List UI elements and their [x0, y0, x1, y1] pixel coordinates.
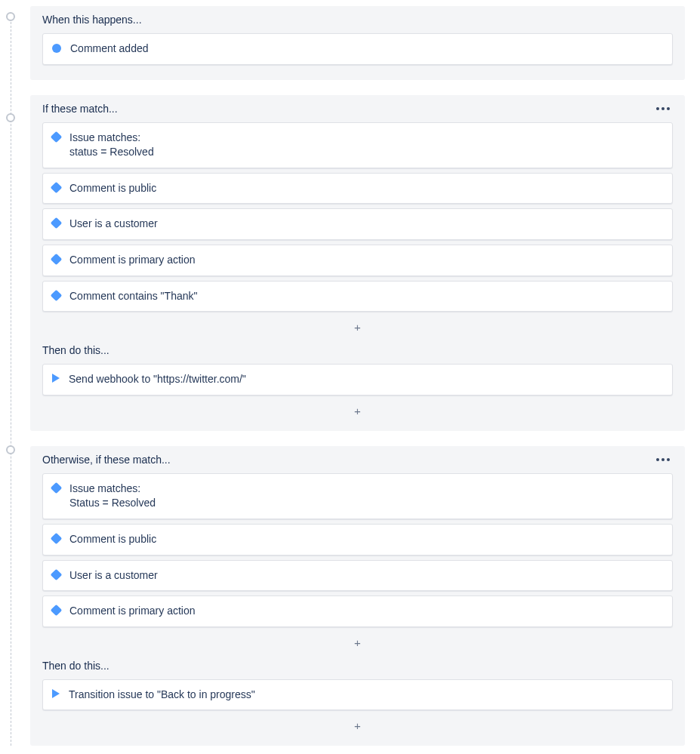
timeline-marker-trigger	[6, 12, 15, 21]
action-text: Transition issue to "Back to in progress…	[69, 688, 255, 703]
timeline-line	[11, 18, 11, 746]
condition-text: Comment contains "Thank"	[69, 289, 197, 304]
condition-text: User is a customer	[69, 568, 158, 583]
trigger-card[interactable]: Comment added	[42, 33, 673, 65]
condition-card[interactable]: Issue matches:status = Resolved	[42, 122, 673, 168]
trigger-text: Comment added	[70, 42, 149, 57]
play-icon	[52, 374, 60, 383]
action-card[interactable]: Send webhook to "https://twitter.com/"	[42, 364, 673, 395]
condition-card[interactable]: Comment is public	[42, 173, 673, 205]
branch1-title: If these match...	[42, 103, 118, 115]
condition-text: User is a customer	[69, 217, 158, 232]
condition-text: Issue matches:status = Resolved	[69, 131, 154, 160]
action-text: Send webhook to "https://twitter.com/"	[69, 372, 246, 387]
condition-text: Comment is primary action	[69, 604, 196, 619]
branch1-then-title: Then do this...	[30, 337, 685, 364]
trigger-title: When this happens...	[42, 14, 142, 26]
condition-card[interactable]: Comment is primary action	[42, 245, 673, 276]
condition-text: Comment is public	[69, 532, 156, 547]
add-condition-button[interactable]: +	[30, 632, 685, 649]
diamond-icon	[51, 182, 63, 194]
branch2-section: Otherwise, if these match... Issue match…	[30, 446, 685, 746]
condition-card[interactable]: Comment is public	[42, 524, 673, 555]
condition-card[interactable]: Issue matches:Status = Resolved	[42, 473, 673, 519]
branch2-title: Otherwise, if these match...	[42, 454, 171, 466]
action-card[interactable]: Transition issue to "Back to in progress…	[42, 679, 673, 711]
timeline-marker-branch1	[6, 113, 15, 122]
branch2-then-title: Then do this...	[30, 652, 685, 679]
add-condition-button[interactable]: +	[30, 316, 685, 334]
circle-icon	[52, 44, 61, 53]
more-icon[interactable]	[653, 104, 673, 113]
timeline-marker-branch2	[6, 445, 15, 454]
diamond-icon	[51, 605, 63, 617]
branch1-section: If these match... Issue matches:status =…	[30, 95, 685, 431]
diamond-icon	[51, 568, 63, 580]
diamond-icon	[51, 482, 63, 494]
trigger-section: When this happens... Comment added	[30, 6, 685, 80]
diamond-icon	[51, 289, 63, 301]
add-action-button[interactable]: +	[30, 400, 685, 417]
condition-card[interactable]: User is a customer	[42, 208, 673, 240]
add-action-button[interactable]: +	[30, 715, 685, 732]
condition-card[interactable]: User is a customer	[42, 560, 673, 592]
diamond-icon	[51, 217, 63, 229]
play-icon	[52, 689, 60, 698]
more-icon[interactable]	[653, 455, 673, 464]
condition-text: Comment is primary action	[69, 253, 196, 268]
diamond-icon	[51, 131, 63, 143]
condition-text: Issue matches:Status = Resolved	[69, 482, 156, 511]
condition-card[interactable]: Comment contains "Thank"	[42, 281, 673, 312]
diamond-icon	[51, 254, 63, 266]
condition-card[interactable]: Comment is primary action	[42, 596, 673, 627]
diamond-icon	[51, 533, 63, 545]
condition-text: Comment is public	[69, 181, 156, 196]
